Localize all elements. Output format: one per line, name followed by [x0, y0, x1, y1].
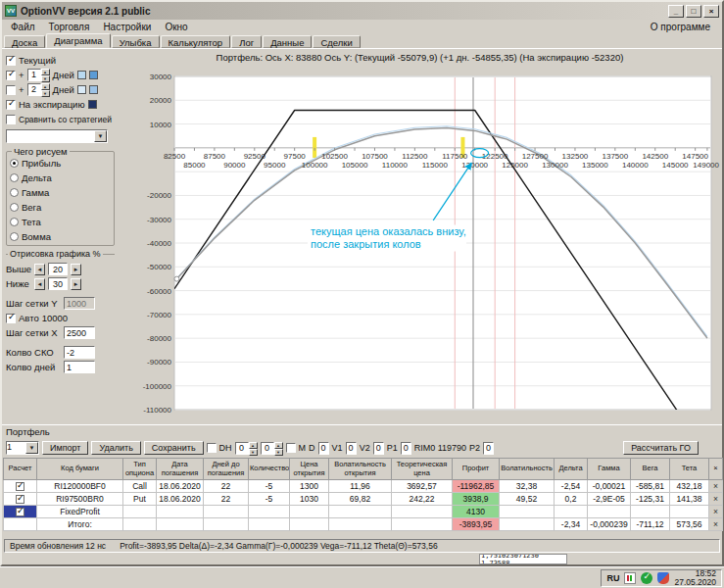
preset-select[interactable]: 1 ▼ [6, 441, 39, 455]
compare-strategy-checkbox[interactable] [6, 115, 16, 124]
m-checkbox[interactable] [286, 443, 296, 453]
menu-window[interactable]: Окно [158, 22, 194, 32]
spin-down-icon[interactable]: ▼ [41, 75, 50, 82]
menu-file[interactable]: Файл [4, 22, 42, 32]
expiration-color-swatch[interactable] [88, 100, 97, 109]
column-header[interactable]: Расчет [4, 459, 37, 480]
above-increase-button[interactable]: ► [71, 264, 81, 275]
row-calc-cell[interactable] [4, 506, 37, 518]
spin-up-icon[interactable]: ▲ [41, 69, 50, 75]
import-button[interactable]: Импорт [42, 441, 88, 455]
taskbar[interactable]: RU 18:52 27.05.2020 [0, 566, 724, 588]
column-header[interactable]: Количество [249, 459, 290, 480]
spin-down-icon[interactable]: ▼ [274, 449, 283, 456]
row-calc-cell[interactable] [4, 518, 37, 531]
row-checkbox[interactable] [16, 482, 24, 491]
plus2-checkbox[interactable] [6, 85, 16, 95]
below-increase-button[interactable]: ► [71, 278, 81, 290]
row-calc-cell[interactable] [4, 480, 37, 493]
tray-clock[interactable]: 18:52 27.05.2020 [674, 569, 716, 587]
calculate-margin-button[interactable]: Рассчитать ГО [623, 441, 699, 455]
table-row[interactable]: RI97500BR0Put18.06.202022-5103069,82242,… [4, 493, 723, 506]
v2-field[interactable]: 0 [373, 442, 384, 455]
profit-chart[interactable]: 300002000010000-20000-30000-40000-50000-… [118, 65, 722, 424]
dh-stepper-2-value[interactable]: 0 [261, 442, 274, 455]
close-button[interactable]: × [703, 5, 719, 18]
plus2-days-value[interactable]: 2 [27, 83, 41, 96]
column-header[interactable]: Тета [670, 459, 709, 480]
row-checkbox[interactable] [16, 508, 24, 516]
column-header[interactable]: Теоретическая цена [392, 459, 453, 480]
p1-field[interactable]: 0 [401, 442, 411, 455]
chevron-down-icon[interactable]: ▼ [25, 442, 38, 454]
tray-shield-icon[interactable] [657, 572, 669, 584]
menu-trade[interactable]: Торговля [42, 22, 97, 32]
tab-log[interactable]: Лог [231, 35, 262, 48]
above-decrease-button[interactable]: ◄ [34, 264, 45, 275]
current-checkbox[interactable] [6, 56, 16, 66]
row-close-button[interactable]: × [709, 506, 723, 518]
cko-field[interactable]: -2 [64, 346, 95, 359]
column-header[interactable]: Код бумаги [37, 459, 123, 480]
tab-board[interactable]: Доска [4, 35, 45, 48]
column-header[interactable]: Дата погашения [157, 459, 204, 480]
language-indicator[interactable]: RU [606, 573, 619, 583]
delete-button[interactable]: Удалить [91, 441, 140, 455]
menu-settings[interactable]: Настройки [96, 22, 158, 32]
dh-checkbox[interactable] [207, 443, 217, 453]
draw-option-radio-5[interactable] [10, 232, 19, 241]
column-header[interactable]: × [709, 459, 723, 480]
row-close-button[interactable]: × [709, 518, 723, 531]
tab-diagram[interactable]: Диаграмма [46, 33, 110, 48]
table-row[interactable]: Итого:-3893,95-2,34-0,000239-711,12573,5… [4, 518, 723, 531]
strategy-select[interactable]: ▼ [6, 129, 108, 143]
draw-option-radio-4[interactable] [10, 218, 19, 226]
spin-down-icon[interactable]: ▼ [249, 449, 258, 456]
spin-down-icon[interactable]: ▼ [41, 90, 50, 97]
tab-calculator[interactable]: Калькулятор [161, 35, 231, 48]
title-bar[interactable]: VV OptionVV версия 2.1 public _ □ × [2, 2, 722, 20]
plus1-checkbox[interactable] [6, 71, 16, 80]
grid-x-step-field[interactable]: 2500 [64, 326, 95, 339]
above-value-field[interactable]: 20 [48, 263, 68, 275]
tab-deals[interactable]: Сделки [313, 35, 360, 48]
dh-stepper-1-value[interactable]: 0 [235, 442, 249, 455]
plus1-color-swatch-1[interactable] [77, 71, 86, 79]
p2-field[interactable]: 0 [483, 442, 494, 455]
tray-chart-icon[interactable] [624, 572, 636, 584]
row-checkbox[interactable] [16, 495, 24, 504]
column-header[interactable]: Тип опциона [123, 459, 157, 480]
plus2-color-swatch-2[interactable] [89, 85, 98, 94]
spin-up-icon[interactable]: ▲ [249, 442, 258, 449]
column-header[interactable]: Вега [631, 459, 670, 480]
plus2-days-stepper[interactable]: 2 ▲▼ [27, 83, 50, 96]
chevron-down-icon[interactable]: ▼ [94, 130, 107, 142]
column-header[interactable]: Цена открытия [290, 459, 329, 480]
table-row[interactable]: FixedProfit4130× [4, 506, 723, 518]
below-value-field[interactable]: 30 [48, 277, 68, 290]
row-calc-cell[interactable] [4, 493, 37, 506]
draw-option-radio-3[interactable] [10, 203, 19, 212]
plus1-days-stepper[interactable]: 1 ▲▼ [27, 69, 50, 81]
dh-stepper-1[interactable]: 0 ▲▼ [235, 442, 258, 455]
days-count-field[interactable]: 1 [64, 361, 95, 373]
dh-stepper-2[interactable]: 0 ▲▼ [261, 442, 283, 455]
below-decrease-button[interactable]: ◄ [34, 278, 45, 290]
tray-check-icon[interactable] [641, 572, 652, 584]
draw-option-radio-1[interactable] [10, 173, 19, 182]
menu-about[interactable]: О программе [644, 22, 720, 32]
plus1-color-swatch-2[interactable] [89, 71, 98, 79]
plus1-days-value[interactable]: 1 [27, 69, 41, 81]
column-header[interactable]: Волатильность открытия [329, 459, 392, 480]
row-close-button[interactable]: × [709, 493, 723, 506]
plus2-color-swatch-1[interactable] [77, 85, 86, 94]
minimize-button[interactable]: _ [668, 5, 684, 18]
v1-field[interactable]: 0 [346, 442, 357, 455]
save-button[interactable]: Сохранить [144, 441, 204, 455]
column-header[interactable]: Гамма [588, 459, 631, 480]
row-close-button[interactable]: × [709, 480, 723, 493]
column-header[interactable]: Дельта [555, 459, 588, 480]
table-row[interactable]: RI120000BF0Call18.06.202022-5130011,9636… [4, 480, 723, 493]
d-field[interactable]: 0 [318, 442, 329, 455]
tab-data[interactable]: Данные [263, 35, 312, 48]
